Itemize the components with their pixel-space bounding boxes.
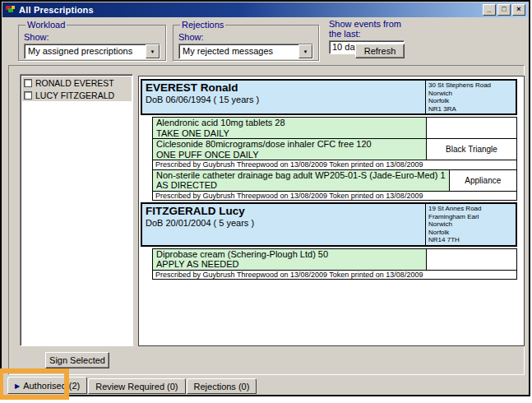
medication-drug: Alendronic acid 10mg tablets 28 xyxy=(156,118,423,128)
checkbox-icon[interactable] xyxy=(24,79,32,87)
active-tab-arrow-icon: ▶ xyxy=(15,382,20,390)
medication-row-catheter-bag[interactable]: Non-sterile catheter drainage bag adult … xyxy=(152,169,517,192)
medication-row-diprobase[interactable]: Diprobase cream (Schering-Plough Ltd) 50… xyxy=(152,248,517,271)
prescriptions-panel: EVEREST Ronald DoB 06/06/1994 ( 15 years… xyxy=(138,76,525,346)
tab-review-required[interactable]: Review Required (0) xyxy=(88,378,185,394)
patient-info: FITZGERALD Lucy DoB 20/01/2004 ( 5 years… xyxy=(142,204,425,245)
rejections-dropdown-value: My rejected messages xyxy=(179,44,298,58)
refresh-button[interactable]: Refresh xyxy=(355,44,405,58)
prescribed-by-footer: Prescribed by Guybrush Threepwood on 13/… xyxy=(152,270,517,280)
events-label: Show events from the last: xyxy=(329,19,411,39)
patient-name: EVEREST Ronald xyxy=(146,81,422,94)
medication-row-ciclesonide[interactable]: Ciclesonide 80micrograms/dose inhaler CF… xyxy=(152,138,517,160)
address-line: 30 St Stephens Road xyxy=(428,81,513,90)
chevron-down-icon[interactable]: ▼ xyxy=(298,44,312,58)
address-line: NR1 3RA xyxy=(428,105,513,113)
medication-flag xyxy=(427,248,517,271)
chevron-down-icon[interactable]: ▼ xyxy=(146,44,160,58)
tab-label: Authorised (2) xyxy=(23,381,80,391)
medication-directions: AS DIRECTED xyxy=(156,180,446,191)
tab-label: Review Required (0) xyxy=(95,382,178,391)
address-line: Norfolk xyxy=(428,97,513,105)
address-line: Norwich xyxy=(428,90,513,98)
all-prescriptions-window: All Prescriptions _ □ × Workload Show: M… xyxy=(0,0,530,396)
workload-dropdown-value: My assigned prescriptions xyxy=(25,44,146,58)
patient-address: 30 St Stephens Road Norwich Norfolk NR1 … xyxy=(425,81,516,113)
medication-directions: TAKE ONE DAILY xyxy=(156,128,423,139)
medication-details: Non-sterile catheter drainage bag adult … xyxy=(152,169,450,192)
medication-drug: Ciclesonide 80micrograms/dose inhaler CF… xyxy=(156,139,423,150)
tab-label: Rejections (0) xyxy=(194,382,250,391)
patient-list-label: LUCY FITZGERALD xyxy=(35,90,114,100)
rejections-dropdown[interactable]: My rejected messages ▼ xyxy=(178,44,313,59)
medication-details: Diprobase cream (Schering-Plough Ltd) 50… xyxy=(152,248,427,271)
bottom-tabs: ▶Authorised (2) Review Required (0) Reje… xyxy=(7,377,257,394)
patient-name: FITZGERALD Lucy xyxy=(146,205,422,217)
window-title: All Prescriptions xyxy=(19,5,94,15)
prescribed-by-footer: Prescribed by Guybrush Threepwood on 13/… xyxy=(152,191,517,202)
patient-header-everest: EVEREST Ronald DoB 06/06/1994 ( 15 years… xyxy=(141,79,517,115)
medication-drug: Non-sterile catheter drainage bag adult … xyxy=(156,170,446,181)
workload-dropdown[interactable]: My assigned prescriptions ▼ xyxy=(24,44,160,59)
medication-flag: Appliance xyxy=(450,169,517,192)
patient-info: EVEREST Ronald DoB 06/06/1994 ( 15 years… xyxy=(142,81,425,113)
address-line: Framingham Earl xyxy=(428,213,513,221)
maximize-button[interactable]: □ xyxy=(497,4,511,16)
workload-show-label: Show: xyxy=(24,32,160,42)
patient-list-label: RONALD EVEREST xyxy=(35,78,114,88)
close-button[interactable]: × xyxy=(512,4,525,16)
tab-rejections[interactable]: Rejections (0) xyxy=(187,378,257,394)
medication-details: Alendronic acid 10mg tablets 28 TAKE ONE… xyxy=(152,117,427,139)
patient-dob: DoB 06/06/1994 ( 15 years ) xyxy=(146,95,422,104)
medication-directions: ONE PUFF ONCE DAILY xyxy=(156,150,423,160)
rejections-groupbox: Rejections Show: My rejected messages ▼ xyxy=(173,20,319,61)
medication-flag xyxy=(427,117,517,139)
patient-address: 19 St Annes Road Framingham Earl Norwich… xyxy=(425,204,516,245)
medication-drug: Diprobase cream (Schering-Plough Ltd) 50 xyxy=(156,249,423,260)
rejections-legend: Rejections xyxy=(180,20,225,30)
patient-dob: DoB 20/01/2004 ( 5 years ) xyxy=(146,218,422,228)
workload-groupbox: Workload Show: My assigned prescriptions… xyxy=(18,20,166,61)
address-line: 19 St Annes Road xyxy=(428,205,513,213)
patient-list-item-ronald-everest[interactable]: RONALD EVEREST xyxy=(22,76,132,89)
tab-authorised[interactable]: ▶Authorised (2) xyxy=(7,377,87,394)
patient-list[interactable]: RONALD EVEREST LUCY FITZGERALD xyxy=(20,74,133,346)
patient-list-item-lucy-fitzgerald[interactable]: LUCY FITZGERALD xyxy=(22,89,132,101)
address-line: NR14 7TH xyxy=(428,236,513,244)
medication-details: Ciclesonide 80micrograms/dose inhaler CF… xyxy=(152,138,427,160)
medication-directions: APPLY AS NEEDED xyxy=(156,259,423,270)
title-bar[interactable]: All Prescriptions _ □ × xyxy=(2,2,528,17)
medication-row-alendronic[interactable]: Alendronic acid 10mg tablets 28 TAKE ONE… xyxy=(152,117,517,139)
app-icon xyxy=(5,4,16,16)
checkbox-icon[interactable] xyxy=(24,91,32,100)
sign-selected-button[interactable]: Sign Selected xyxy=(45,352,109,368)
patient-header-fitzgerald: FITZGERALD Lucy DoB 20/01/2004 ( 5 years… xyxy=(141,202,517,247)
window-controls: _ □ × xyxy=(483,4,526,16)
minimize-button[interactable]: _ xyxy=(483,4,496,16)
address-line: Norfolk xyxy=(428,229,513,237)
rejections-show-label: Show: xyxy=(178,32,313,42)
workload-legend: Workload xyxy=(25,20,67,30)
address-line: Norwich xyxy=(428,220,513,229)
medication-flag: Black Triangle xyxy=(427,138,517,160)
